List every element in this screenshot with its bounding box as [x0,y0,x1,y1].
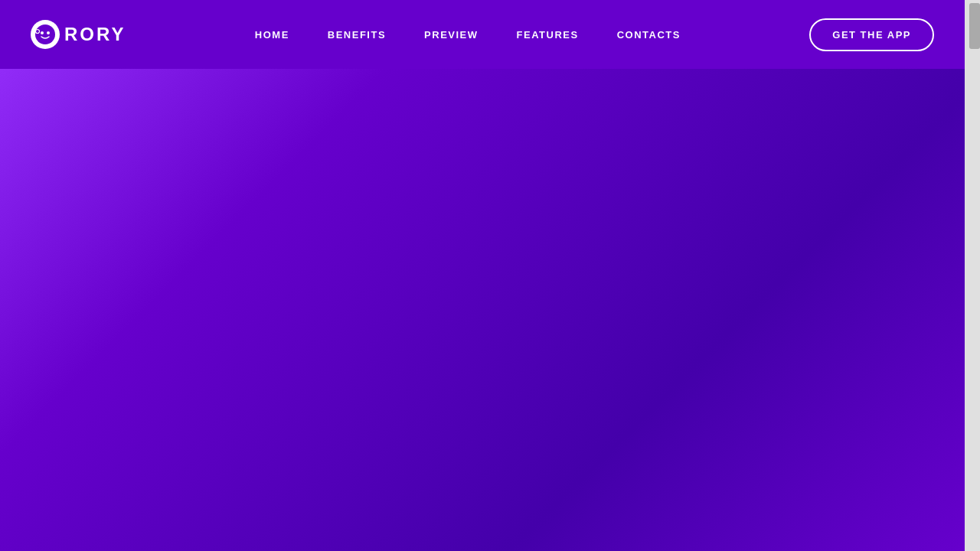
nav-item-features[interactable]: FEATURES [517,28,579,41]
nav-item-preview[interactable]: PREVIEW [424,28,478,41]
scrollbar-track[interactable] [965,0,980,551]
nav-item-benefits[interactable]: BENEFITS [328,28,386,41]
scrollbar-thumb[interactable] [969,3,980,49]
nav-links: HOME BENEFITS PREVIEW FEATURES CONTACTS [255,28,681,41]
svg-point-0 [35,24,55,44]
nav-link-features[interactable]: FEATURES [517,29,579,41]
get-the-app-button[interactable]: GET THE APP [809,18,934,51]
nav-link-contacts[interactable]: CONTACTS [617,29,681,41]
svg-point-3 [36,30,40,34]
nav-item-home[interactable]: HOME [255,28,289,41]
nav-link-benefits[interactable]: BENEFITS [328,29,386,41]
nav-link-home[interactable]: HOME [255,29,289,41]
svg-point-2 [47,31,50,34]
logo-text: RORY [64,24,126,45]
hero-section [0,0,965,551]
svg-point-1 [41,31,44,34]
nav-item-contacts[interactable]: CONTACTS [617,28,681,41]
logo-icon [31,20,60,49]
logo[interactable]: RORY [31,20,126,49]
navbar: RORY HOME BENEFITS PREVIEW FEATURES CONT… [0,0,965,69]
nav-link-preview[interactable]: PREVIEW [424,29,478,41]
